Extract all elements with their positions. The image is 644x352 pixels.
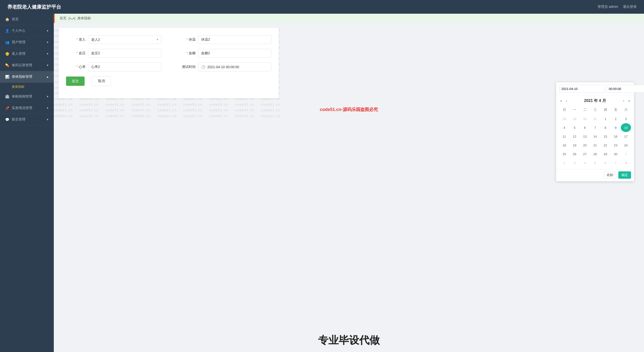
picker-date-input[interactable] xyxy=(559,85,605,93)
calendar-day[interactable]: 3 xyxy=(570,158,580,167)
calendar-day[interactable]: 3 xyxy=(621,114,631,123)
weekday-wed: 三 xyxy=(590,106,600,114)
calendar-day[interactable]: 5 xyxy=(570,123,580,132)
calendar-day[interactable]: 29 xyxy=(570,114,580,123)
app-title: 养老院老人健康监护平台 xyxy=(7,4,61,10)
calendar-day[interactable]: 31 xyxy=(590,114,600,123)
logout-button[interactable]: 退出登录 xyxy=(623,5,637,9)
submit-button[interactable]: 提交 xyxy=(66,76,84,86)
sidebar-item-home[interactable]: 🏠 首页 xyxy=(0,14,54,25)
datetime-input[interactable]: 🕐 2021-04-10 00:00:00 xyxy=(198,62,272,72)
calendar-grid: 日 一 二 三 四 五 六 28293031123456789101112131… xyxy=(556,106,634,167)
form-row-hr-time: * 心率 测试时间 🕐 2021-04-10 00:00:00 xyxy=(66,62,272,72)
sidebar-item-user[interactable]: 👥 用户管理 ▼ xyxy=(0,37,54,48)
calendar-day[interactable]: 8 xyxy=(621,158,631,167)
elder-icon: 👴 xyxy=(5,52,9,56)
calendar-day[interactable]: 21 xyxy=(590,141,600,150)
next-month-button[interactable]: › xyxy=(622,98,626,104)
calendar-day[interactable]: 17 xyxy=(621,132,631,141)
calendar-day[interactable]: 27 xyxy=(580,150,590,158)
picker-footer: 此刻 确定 xyxy=(556,169,634,179)
weekday-sat: 六 xyxy=(621,106,631,114)
prev-month-button[interactable]: ‹ xyxy=(565,98,568,104)
calendar-day[interactable]: 13 xyxy=(580,132,590,141)
sidebar-item-checkup[interactable]: 🏥 体检病例管理 ▼ xyxy=(0,91,54,102)
temperature-input[interactable] xyxy=(198,35,272,44)
sidebar-item-body[interactable]: 📊 身体指标管理 ▲ xyxy=(0,71,54,82)
elder-select[interactable]: 老人2 xyxy=(88,35,161,44)
calendar-day[interactable]: 11 xyxy=(559,132,570,141)
calendar-day[interactable]: 2 xyxy=(559,158,570,167)
calendar-day[interactable]: 12 xyxy=(570,132,580,141)
calendar-day[interactable]: 19 xyxy=(570,141,580,150)
calendar-day[interactable]: 28 xyxy=(590,150,600,158)
sidebar-item-activity[interactable]: 📌 实发情况管理 ▼ xyxy=(0,102,54,114)
elder-label: * 老人 xyxy=(66,38,86,42)
calendar-day[interactable]: 29 xyxy=(600,150,610,158)
calendar-day[interactable]: 14 xyxy=(590,132,600,141)
calendar-day[interactable]: 4 xyxy=(559,123,570,132)
now-button[interactable]: 此刻 xyxy=(604,171,616,179)
header: 养老院老人健康监护平台 管理员 admin 退出登录 xyxy=(0,0,644,14)
sidebar-sub-body-index[interactable]: 身体指标 xyxy=(0,82,54,91)
hr-input[interactable] xyxy=(88,62,161,72)
sidebar-item-medicine[interactable]: 💊 食药记录管理 ▼ xyxy=(0,60,54,71)
sidebar-item-label: 食药记录管理 xyxy=(12,63,32,68)
weekday-tue: 二 xyxy=(580,106,590,114)
calendar-day[interactable]: 8 xyxy=(600,123,610,132)
calendar-day[interactable]: 22 xyxy=(600,141,610,150)
sidebar-item-personal[interactable]: 👤 个人中心 ▼ xyxy=(0,25,54,37)
calendar-day[interactable]: 15 xyxy=(600,132,610,141)
calendar-day[interactable]: 10 xyxy=(621,123,631,132)
sidebar-item-label: 身体指标管理 xyxy=(12,74,32,79)
calendar-day[interactable]: 2 xyxy=(610,114,621,123)
chevron-down-icon: ▼ xyxy=(46,118,49,121)
bs-input[interactable] xyxy=(198,49,272,58)
sidebar-item-message[interactable]: 💬 留言管理 ▼ xyxy=(0,114,54,126)
calendar-day[interactable]: 26 xyxy=(570,150,580,158)
calendar-day[interactable]: 4 xyxy=(580,158,590,167)
weekday-fri: 五 xyxy=(610,106,621,114)
weekday-thu: 四 xyxy=(600,106,610,114)
datetime-picker[interactable]: « ‹ 2021 年 4 月 › » 日 一 二 三 四 五 六 2829303… xyxy=(556,82,634,182)
breadcrumb-emoji: (•ᴗ•) xyxy=(68,16,75,20)
cancel-button[interactable]: 取消 xyxy=(92,76,111,86)
form-field-bs: * 血糖 xyxy=(176,49,272,58)
sidebar-item-elder[interactable]: 👴 老人管理 ▼ xyxy=(0,48,54,60)
calendar-day[interactable]: 18 xyxy=(559,141,570,150)
calendar-day[interactable]: 20 xyxy=(580,141,590,150)
weekday-sun: 日 xyxy=(559,106,570,114)
calendar-day[interactable]: 24 xyxy=(621,141,631,150)
calendar-day[interactable]: 30 xyxy=(580,114,590,123)
chevron-down-icon: ▼ xyxy=(46,95,49,98)
form-buttons: 提交 取消 xyxy=(66,76,272,86)
calendar-day[interactable]: 23 xyxy=(610,141,621,150)
form-field-bp: * 血压 xyxy=(66,49,161,58)
home-icon: 🏠 xyxy=(5,17,9,21)
calendar-day[interactable]: 6 xyxy=(600,158,610,167)
calendar-day[interactable]: 1 xyxy=(600,114,610,123)
calendar-day[interactable]: 7 xyxy=(590,123,600,132)
form-field-test-time: 测试时间 🕐 2021-04-10 00:00:00 xyxy=(176,62,272,72)
sidebar-sub-label: 身体指标 xyxy=(12,85,24,88)
next-year-button[interactable]: » xyxy=(627,98,631,104)
picker-time-input[interactable] xyxy=(606,85,644,93)
form-row-elder-temp: * 老人 老人2 ▼ * 休温 xyxy=(66,35,272,44)
calendar-day[interactable]: 1 xyxy=(621,150,631,158)
calendar-day[interactable]: 9 xyxy=(610,123,621,132)
checkup-icon: 🏥 xyxy=(5,94,9,98)
calendar-day[interactable]: 25 xyxy=(559,150,570,158)
breadcrumb-home[interactable]: 首页 xyxy=(60,16,66,20)
bp-input[interactable] xyxy=(88,49,161,58)
calendar-day[interactable]: 5 xyxy=(590,158,600,167)
calendar-day[interactable]: 16 xyxy=(610,132,621,141)
header-actions: 管理员 admin 退出登录 xyxy=(598,5,637,9)
calendar-day[interactable]: 7 xyxy=(610,158,621,167)
breadcrumb: 首页 (•ᴗ•) 身体指标 xyxy=(54,14,644,23)
calendar-day[interactable]: 6 xyxy=(580,123,590,132)
calendar-day[interactable]: 28 xyxy=(559,114,570,123)
prev-year-button[interactable]: « xyxy=(559,98,563,104)
calendar-day[interactable]: 30 xyxy=(610,150,621,158)
layout: 🏠 首页 👤 个人中心 ▼ 👥 用户管理 ▼ 👴 老人管理 ▼ 💊 食药记录管理… xyxy=(0,14,644,352)
confirm-button[interactable]: 确定 xyxy=(618,171,631,179)
